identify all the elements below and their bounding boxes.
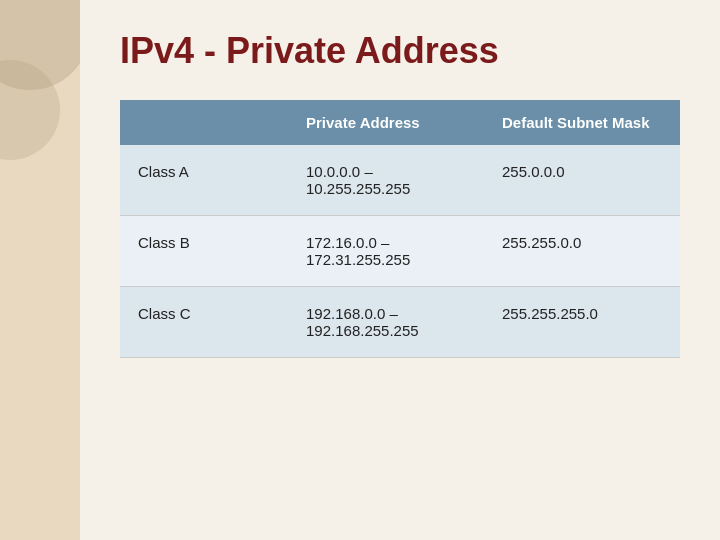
col-private-address: Private Address: [288, 100, 484, 145]
table-row: Class A10.0.0.0 – 10.255.255.255255.0.0.…: [120, 145, 680, 216]
cell-private-address: 192.168.0.0 – 192.168.255.255: [288, 287, 484, 358]
decorative-sidebar: [0, 0, 80, 540]
table-row: Class C192.168.0.0 – 192.168.255.255255.…: [120, 287, 680, 358]
col-class: [120, 100, 288, 145]
cell-private-address: 10.0.0.0 – 10.255.255.255: [288, 145, 484, 216]
cell-subnet-mask: 255.0.0.0: [484, 145, 680, 216]
table-row: Class B172.16.0.0 – 172.31.255.255255.25…: [120, 216, 680, 287]
table-header-row: Private Address Default Subnet Mask: [120, 100, 680, 145]
cell-subnet-mask: 255.255.255.0: [484, 287, 680, 358]
cell-subnet-mask: 255.255.0.0: [484, 216, 680, 287]
cell-class: Class B: [120, 216, 288, 287]
col-subnet-mask: Default Subnet Mask: [484, 100, 680, 145]
cell-class: Class C: [120, 287, 288, 358]
ipv4-table: Private Address Default Subnet Mask Clas…: [120, 100, 680, 358]
page-title: IPv4 - Private Address: [120, 30, 680, 72]
cell-private-address: 172.16.0.0 – 172.31.255.255: [288, 216, 484, 287]
cell-class: Class A: [120, 145, 288, 216]
main-content: IPv4 - Private Address Private Address D…: [80, 0, 720, 540]
